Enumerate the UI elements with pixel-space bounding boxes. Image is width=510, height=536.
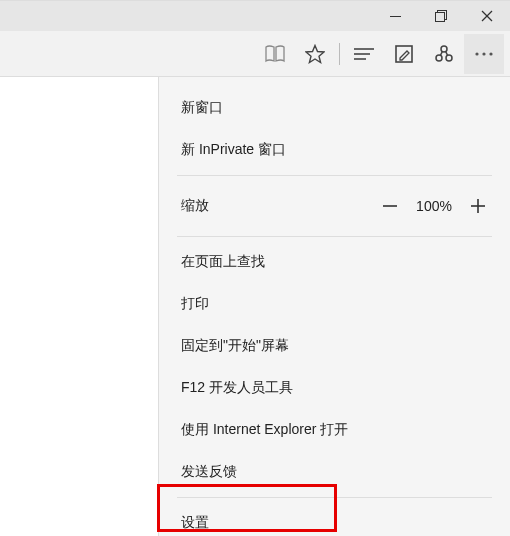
close-icon — [481, 10, 493, 22]
reading-view-icon — [265, 45, 285, 63]
menu-settings[interactable]: 设置 — [159, 502, 510, 536]
maximize-button[interactable] — [418, 1, 464, 31]
more-button[interactable] — [464, 34, 504, 74]
more-icon — [474, 52, 494, 56]
favorites-button[interactable] — [295, 34, 335, 74]
svg-point-10 — [436, 55, 442, 61]
svg-point-11 — [446, 55, 452, 61]
web-note-icon — [395, 45, 413, 63]
svg-line-12 — [440, 51, 442, 55]
minimize-button[interactable] — [372, 1, 418, 31]
menu-pin-start[interactable]: 固定到"开始"屏幕 — [159, 325, 510, 367]
menu-devtools[interactable]: F12 开发人员工具 — [159, 367, 510, 409]
toolbar-separator — [339, 43, 340, 65]
minimize-icon — [390, 11, 401, 22]
browser-toolbar — [0, 31, 510, 77]
zoom-in-button[interactable] — [460, 188, 496, 224]
web-note-button[interactable] — [384, 34, 424, 74]
svg-rect-2 — [436, 13, 445, 22]
menu-find[interactable]: 在页面上查找 — [159, 241, 510, 283]
share-button[interactable] — [424, 34, 464, 74]
menu-separator — [177, 497, 492, 498]
minus-icon — [381, 197, 399, 215]
svg-point-15 — [482, 52, 485, 55]
restore-icon — [435, 10, 447, 22]
svg-point-9 — [441, 46, 447, 52]
menu-open-ie[interactable]: 使用 Internet Explorer 打开 — [159, 409, 510, 451]
menu-zoom-row: 缩放 100% — [159, 180, 510, 232]
svg-line-13 — [446, 51, 448, 55]
zoom-value: 100% — [408, 198, 460, 214]
star-icon — [305, 44, 325, 64]
reading-view-button[interactable] — [255, 34, 295, 74]
menu-feedback[interactable]: 发送反馈 — [159, 451, 510, 493]
more-menu: 新窗口 新 InPrivate 窗口 缩放 100% 在页面上查找 打印 固定到… — [158, 77, 510, 536]
menu-separator — [177, 175, 492, 176]
zoom-out-button[interactable] — [372, 188, 408, 224]
hub-icon — [354, 47, 374, 61]
hub-button[interactable] — [344, 34, 384, 74]
browser-window: 新窗口 新 InPrivate 窗口 缩放 100% 在页面上查找 打印 固定到… — [0, 0, 510, 536]
plus-icon — [469, 197, 487, 215]
menu-print[interactable]: 打印 — [159, 283, 510, 325]
menu-new-window[interactable]: 新窗口 — [159, 87, 510, 129]
menu-separator — [177, 236, 492, 237]
window-titlebar — [0, 1, 510, 31]
close-button[interactable] — [464, 1, 510, 31]
svg-point-16 — [489, 52, 492, 55]
menu-new-inprivate[interactable]: 新 InPrivate 窗口 — [159, 129, 510, 171]
share-icon — [434, 44, 454, 64]
zoom-label: 缩放 — [181, 197, 372, 215]
svg-point-14 — [475, 52, 478, 55]
